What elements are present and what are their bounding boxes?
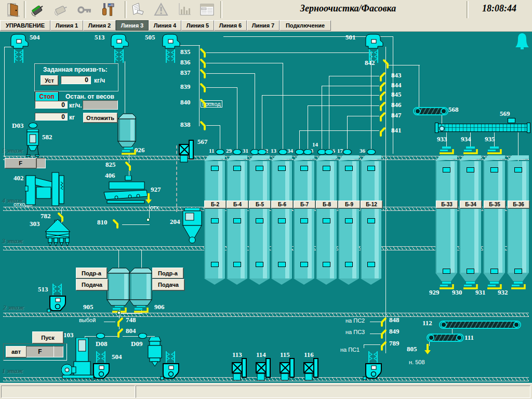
gate-932[interactable] [510,282,526,291]
tab-podkluchenie[interactable]: Подключение [280,20,331,31]
tab-line-4[interactable]: Линия 4 [149,20,181,31]
key-icon[interactable] [74,1,95,18]
tools-icon[interactable] [97,1,118,18]
gate-934[interactable] [462,147,478,156]
bin-Б-33[interactable] [435,161,457,273]
tank-b40[interactable] [117,112,136,151]
bin-plate-Б-5[interactable]: Б-5 [249,201,271,208]
gate-929[interactable] [438,282,454,291]
bin-plate-Б-4[interactable]: Б-4 [227,201,248,208]
elevator-head-505[interactable] [161,33,181,66]
elevator-boot-D09[interactable] [160,350,182,382]
bin-Б-36[interactable] [507,161,529,273]
valve-810[interactable] [112,219,121,231]
setpoint-title: Заданная произв-ть: [43,66,108,73]
exit-door-icon[interactable] [3,1,24,18]
tab-line-3[interactable]: Линия 3 [116,20,149,31]
set-button[interactable]: Уст [41,75,58,85]
tab-line-6[interactable]: Линия 6 [214,20,247,31]
label-D03: D03 [12,122,23,130]
bin-plate-Б-6[interactable]: Б-6 [271,201,293,208]
valve-839[interactable] [200,83,208,95]
gate-931[interactable] [486,282,502,291]
machine-582[interactable] [26,129,39,159]
gate-933[interactable] [438,147,454,156]
bin-level-indicator [367,218,375,223]
tab-line-7[interactable]: Линия 7 [247,20,280,31]
sensor-indicator [343,149,352,155]
pipe-line [262,95,379,96]
valve-840[interactable] [200,98,208,110]
machine-d09[interactable] [147,337,163,369]
button-пуск[interactable]: Пуск [32,331,63,343]
bin-plate-Б-36[interactable]: Б-36 [508,201,529,208]
valve-804[interactable] [115,328,124,340]
machine-303[interactable] [44,219,71,249]
conveyor-112[interactable] [439,321,521,329]
tab-upravlenie[interactable]: УПРАВЛЕНИЕ [0,20,50,31]
fan-113[interactable] [231,357,248,383]
button-подача[interactable]: Подача [76,279,108,290]
bin-Б-34[interactable] [459,161,481,273]
pipe-line [206,125,220,126]
bin-plate-Б-9[interactable]: Б-9 [338,201,360,208]
valve-848[interactable] [379,317,387,329]
chart-icon[interactable] [174,1,194,18]
button-подр-а[interactable]: Подр-а [76,268,107,278]
bin-Б-35[interactable] [483,161,505,273]
valve-748[interactable] [115,317,124,329]
bin-plate-Б-33[interactable]: Б-33 [436,201,458,208]
bin-plate-Б-8[interactable]: Б-8 [316,201,338,208]
button-f[interactable]: F [5,158,36,168]
machine-406[interactable] [101,176,148,208]
bin-plate-Б-7[interactable]: Б-7 [294,201,315,208]
button-подача[interactable]: Подача [152,279,184,290]
tank-b3a[interactable] [107,267,130,309]
valve-825[interactable] [125,161,133,173]
warning-icon[interactable] [151,1,171,18]
valve-838[interactable] [200,121,208,132]
gate-930[interactable] [462,282,478,291]
screw-cap [527,123,530,133]
valve-847[interactable] [378,112,386,124]
button-подр-а[interactable]: Подр-а [152,268,183,278]
plug-connect-icon[interactable] [27,1,48,18]
label-748: 748 [126,316,136,324]
elevator-boot-513[interactable] [47,283,69,315]
screw-conveyor-569[interactable] [437,124,528,132]
tank-b3b[interactable] [129,267,152,309]
setpoint-value-field[interactable]: 0 [61,76,91,84]
bin-plate-Б-2[interactable]: Б-2 [204,201,226,208]
elevator-head-513[interactable] [109,33,130,66]
gate-935[interactable] [486,147,502,156]
panel-icon[interactable] [196,1,217,18]
valve-841[interactable] [378,127,386,139]
alarm-bell-icon[interactable] [514,32,530,53]
elevator-boot-ps[interactable] [363,350,384,382]
valve-849[interactable] [379,329,387,341]
tab-line-5[interactable]: Линия 5 [181,20,214,31]
fan-116[interactable] [303,357,320,383]
report-icon[interactable] [128,1,149,18]
stop-button[interactable]: Стоп [35,91,59,102]
fan-567[interactable] [178,139,195,165]
bin-plate-Б-35[interactable]: Б-35 [484,201,506,208]
fan-114[interactable] [255,357,272,383]
bin-plate-Б-12[interactable]: Б-12 [361,201,382,208]
elevator-head-504[interactable] [9,33,30,66]
conveyor-568[interactable] [413,107,448,115]
total-field[interactable]: 0 [35,113,68,121]
bin-level-indicator [278,166,286,171]
rate-field[interactable]: 0 [35,101,68,109]
fan-115[interactable] [279,357,296,383]
machine-204[interactable] [181,208,203,246]
bin-plate-Б-34[interactable]: Б-34 [460,201,482,208]
elevator-head-501[interactable] [364,33,384,66]
tab-line-2[interactable]: Линия 2 [83,20,116,31]
conveyor-111[interactable] [427,334,464,342]
plug-offline-icon[interactable] [50,1,71,18]
machine-402[interactable] [25,171,69,211]
defer-button[interactable]: Отложить [83,113,117,123]
tab-line-1[interactable]: Линия 1 [50,20,83,31]
valve-837[interactable] [200,69,208,81]
